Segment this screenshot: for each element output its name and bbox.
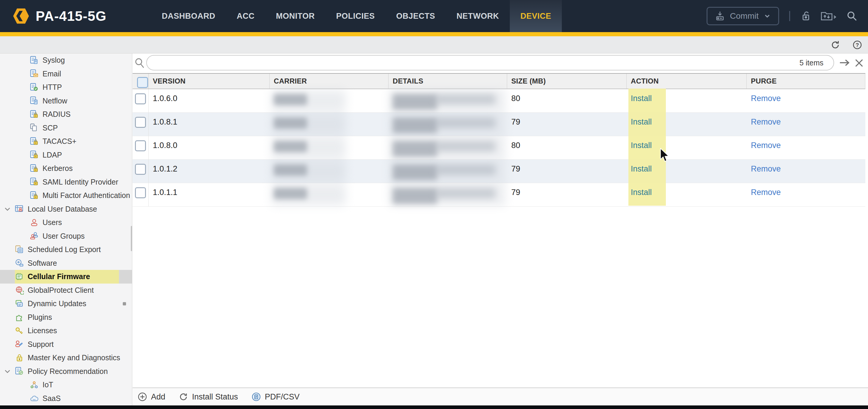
row-checkbox[interactable] bbox=[135, 93, 146, 104]
sidebar-item-scheduled-log-export[interactable]: Scheduled Log Export bbox=[0, 243, 132, 256]
sidebar-item-saas[interactable]: SaaS bbox=[0, 392, 132, 405]
install-status-button[interactable]: Install Status bbox=[178, 392, 238, 402]
install-link[interactable]: Install bbox=[631, 141, 652, 150]
redaction-blur bbox=[436, 164, 496, 175]
filter-input[interactable] bbox=[146, 55, 834, 70]
brand-logo[interactable]: PA-415-5G bbox=[11, 6, 106, 26]
column-header-details[interactable]: DETAILS bbox=[389, 74, 507, 89]
tab-policies[interactable]: POLICIES bbox=[326, 0, 385, 32]
redaction-blur bbox=[436, 117, 496, 128]
accent-bar bbox=[0, 32, 868, 36]
table-row[interactable]: 1.0.1.279InstallRemove bbox=[132, 160, 865, 183]
column-header-version[interactable]: VERSION bbox=[149, 74, 270, 89]
sidebar-item-label: Software bbox=[28, 259, 57, 268]
sidebar-item-http[interactable]: HTTP bbox=[0, 81, 132, 94]
search-icon[interactable] bbox=[846, 10, 858, 22]
size-cell: 79 bbox=[507, 113, 627, 136]
sidebar-item-netflow[interactable]: Netflow bbox=[0, 94, 132, 108]
table-row[interactable]: 1.0.6.080InstallRemove bbox=[132, 89, 865, 113]
footer-action-label: Install Status bbox=[192, 392, 238, 402]
tab-objects[interactable]: OBJECTS bbox=[385, 0, 446, 32]
sidebar-item-saml-identity-provider[interactable]: SAML Identity Provider bbox=[0, 176, 132, 189]
install-link[interactable]: Install bbox=[631, 188, 652, 197]
tab-acc[interactable]: ACC bbox=[226, 0, 265, 32]
column-header-size-mb[interactable]: SIZE (MB) bbox=[507, 74, 627, 89]
select-all-checkbox[interactable] bbox=[137, 77, 148, 88]
purge-cell: Remove bbox=[747, 89, 865, 112]
action-cell: Install bbox=[627, 160, 747, 183]
sidebar-item-local-user-database[interactable]: Local User Database bbox=[0, 202, 132, 216]
sidebar-item-dynamic-updates[interactable]: Dynamic Updates bbox=[0, 297, 132, 311]
sidebar-item-licenses[interactable]: Licenses bbox=[0, 324, 132, 338]
table-row[interactable]: 1.0.8.179InstallRemove bbox=[132, 113, 865, 136]
sidebar-item-software[interactable]: Software bbox=[0, 256, 132, 270]
sidebar-item-support[interactable]: Support bbox=[0, 338, 132, 351]
saas-icon bbox=[30, 394, 39, 403]
sidebar-item-multi-factor-authentication[interactable]: Multi Factor Authentication bbox=[0, 189, 132, 202]
sidebar-item-label: SAML Identity Provider bbox=[42, 178, 118, 186]
refresh-icon[interactable] bbox=[830, 39, 841, 50]
commit-button[interactable]: Commit bbox=[707, 7, 779, 25]
sidebar-item-email[interactable]: Email bbox=[0, 67, 132, 81]
row-checkbox[interactable] bbox=[135, 117, 146, 128]
sidebar-item-syslog[interactable]: Syslog bbox=[0, 54, 132, 67]
email-icon bbox=[30, 69, 39, 78]
kerberos-icon bbox=[30, 164, 39, 173]
row-checkbox[interactable] bbox=[135, 187, 146, 198]
sidebar-item-cellular-firmware[interactable]: Cellular Firmware bbox=[0, 270, 132, 284]
folder-transfer-icon[interactable] bbox=[820, 10, 837, 22]
redaction-blur bbox=[274, 141, 307, 152]
syslog-icon bbox=[30, 56, 39, 65]
pdf-csv-button[interactable]: PDF/CSV bbox=[251, 392, 300, 402]
sidebar-item-scp[interactable]: SCP bbox=[0, 121, 132, 135]
action-cell: Install bbox=[627, 89, 747, 112]
sidebar-item-policy-recommendation[interactable]: Policy Recommendation bbox=[0, 365, 132, 378]
add-button[interactable]: Add bbox=[137, 392, 165, 402]
remove-link[interactable]: Remove bbox=[751, 94, 781, 103]
help-icon[interactable]: ? bbox=[852, 39, 863, 50]
sidebar-item-kerberos[interactable]: Kerberos bbox=[0, 162, 132, 176]
lock-open-icon[interactable] bbox=[800, 10, 811, 22]
sidebar-item-iot[interactable]: IoT bbox=[0, 378, 132, 392]
sidebar-item-label: LDAP bbox=[42, 151, 62, 159]
add-icon bbox=[137, 392, 148, 402]
tab-network[interactable]: NETWORK bbox=[446, 0, 510, 32]
remove-link[interactable]: Remove bbox=[751, 164, 781, 173]
sidebar-item-ldap[interactable]: LDAP bbox=[0, 148, 132, 162]
sidebar-item-label: Email bbox=[42, 69, 61, 78]
install-link[interactable]: Install bbox=[631, 94, 652, 103]
install-link[interactable]: Install bbox=[631, 164, 652, 173]
chevron-down-icon[interactable] bbox=[4, 367, 11, 375]
sidebar-scrollbar[interactable] bbox=[131, 226, 132, 251]
sidebar-item-tacacs[interactable]: TACACS+ bbox=[0, 135, 132, 148]
sidebar-item-master-key-and-diagnostics[interactable]: Master Key and Diagnostics bbox=[0, 351, 132, 365]
clear-filter-icon[interactable] bbox=[854, 58, 864, 68]
sidebar-item-users[interactable]: Users bbox=[0, 216, 132, 229]
chevron-down-icon[interactable] bbox=[4, 205, 11, 213]
tab-monitor[interactable]: MONITOR bbox=[265, 0, 326, 32]
details-cell-redacted bbox=[389, 136, 507, 159]
sidebar-item-user-groups[interactable]: User Groups bbox=[0, 229, 132, 243]
sidebar-item-plugins[interactable]: Plugins bbox=[0, 311, 132, 324]
install-link[interactable]: Install bbox=[631, 117, 652, 126]
redaction-blur bbox=[436, 141, 496, 152]
row-checkbox[interactable] bbox=[135, 164, 146, 175]
table-row[interactable]: 1.0.1.179InstallRemove bbox=[132, 183, 865, 207]
column-header-purge[interactable]: PURGE bbox=[747, 74, 865, 89]
sidebar-nav: Syslog Email HTTP Netflow RADIUS SCP TAC… bbox=[0, 54, 132, 405]
sidebar-item-label: Cellular Firmware bbox=[28, 272, 90, 281]
row-checkbox[interactable] bbox=[135, 140, 146, 151]
redaction-blur bbox=[274, 188, 307, 199]
tab-dashboard[interactable]: DASHBOARD bbox=[151, 0, 226, 32]
remove-link[interactable]: Remove bbox=[751, 117, 781, 126]
apply-filter-arrow-icon[interactable] bbox=[839, 58, 851, 68]
sidebar-item-globalprotect-client[interactable]: GlobalProtect Client bbox=[0, 284, 132, 297]
tab-device[interactable]: DEVICE bbox=[510, 0, 562, 32]
column-header-carrier[interactable]: CARRIER bbox=[270, 74, 389, 89]
remove-link[interactable]: Remove bbox=[751, 188, 781, 197]
table-row[interactable]: 1.0.8.080InstallRemove bbox=[132, 136, 865, 160]
column-header-action[interactable]: ACTION bbox=[627, 74, 747, 89]
sidebar-item-radius[interactable]: RADIUS bbox=[0, 107, 132, 121]
remove-link[interactable]: Remove bbox=[751, 141, 781, 150]
tacacs-icon bbox=[30, 137, 39, 146]
